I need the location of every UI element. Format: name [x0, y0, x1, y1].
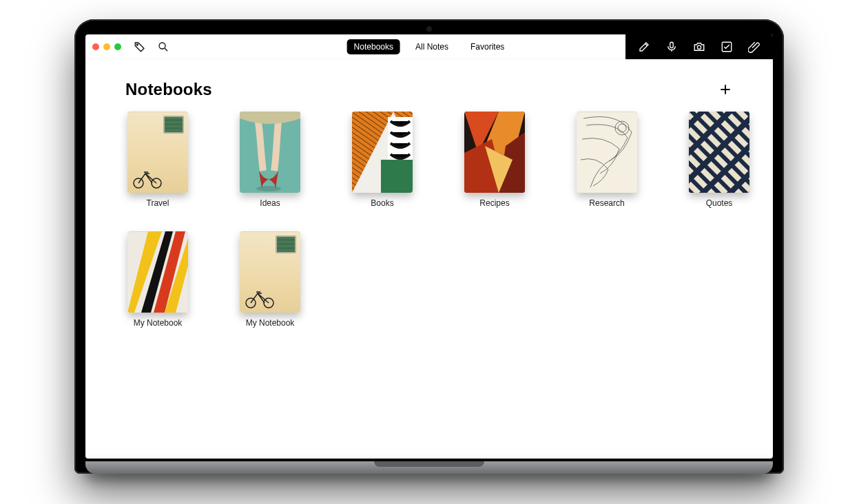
search-icon[interactable]	[157, 41, 169, 53]
notebook-cover	[689, 112, 749, 193]
tab-all-notes[interactable]: All Notes	[408, 39, 455, 54]
close-window-dot[interactable]	[92, 43, 99, 50]
page-title: Notebooks	[125, 80, 212, 99]
notebook-item[interactable]: My Notebook	[238, 231, 302, 328]
svg-point-18	[615, 121, 629, 135]
notebook-item[interactable]: Quotes	[687, 112, 752, 208]
zoom-window-dot[interactable]	[114, 43, 121, 50]
svg-rect-24	[689, 112, 749, 193]
notebook-item[interactable]: My Notebook	[125, 231, 190, 328]
notebook-cover	[127, 112, 188, 193]
notebook-cover	[464, 112, 525, 193]
content-area: Notebooks Travel Ideas	[85, 59, 773, 342]
notebook-cover	[127, 231, 188, 313]
app-window: Notebooks All Notes Favorites	[85, 34, 773, 459]
compose-icon[interactable]	[638, 41, 650, 53]
notebook-cover	[240, 112, 300, 193]
add-notebook-button[interactable]	[718, 82, 733, 97]
notebook-label: Recipes	[479, 198, 509, 208]
laptop-base	[85, 461, 773, 474]
svg-point-1	[159, 43, 165, 49]
checklist-icon[interactable]	[721, 41, 733, 53]
svg-point-0	[136, 44, 138, 45]
notebook-cover	[240, 231, 300, 313]
notebook-cover	[577, 112, 637, 193]
notebook-item[interactable]: Recipes	[462, 112, 527, 208]
view-tabs: Notebooks All Notes Favorites	[347, 39, 512, 54]
paperclip-icon[interactable]	[748, 41, 760, 53]
notebook-label: Travel	[147, 198, 169, 208]
svg-rect-12	[381, 160, 413, 193]
svg-point-19	[618, 124, 626, 132]
notebook-label: My Notebook	[134, 318, 183, 328]
notebook-label: Ideas	[260, 198, 280, 208]
minimize-window-dot[interactable]	[103, 43, 110, 50]
laptop-frame: Notebooks All Notes Favorites	[74, 19, 784, 474]
tab-notebooks[interactable]: Notebooks	[347, 39, 400, 54]
notebooks-grid: Travel Ideas Books	[125, 112, 733, 328]
notebook-label: Research	[589, 198, 624, 208]
quick-actions-toolbar	[625, 34, 773, 59]
svg-rect-2	[670, 42, 674, 48]
notebook-item[interactable]: Books	[350, 112, 415, 208]
notebook-item[interactable]: Research	[575, 112, 639, 208]
notebook-item[interactable]: Travel	[125, 112, 190, 208]
notebook-cover	[352, 112, 413, 193]
camera-icon[interactable]	[693, 41, 705, 53]
notebook-label: My Notebook	[246, 318, 295, 328]
svg-point-3	[697, 45, 701, 49]
notebook-label: Books	[371, 198, 393, 208]
tab-favorites[interactable]: Favorites	[464, 39, 511, 54]
svg-point-7	[256, 186, 281, 191]
notebook-item[interactable]: Ideas	[238, 112, 302, 208]
top-bar: Notebooks All Notes Favorites	[85, 34, 773, 59]
notebook-label: Quotes	[706, 198, 733, 208]
tag-icon[interactable]	[134, 41, 146, 53]
mic-icon[interactable]	[665, 41, 678, 53]
window-traffic-lights	[92, 43, 121, 50]
